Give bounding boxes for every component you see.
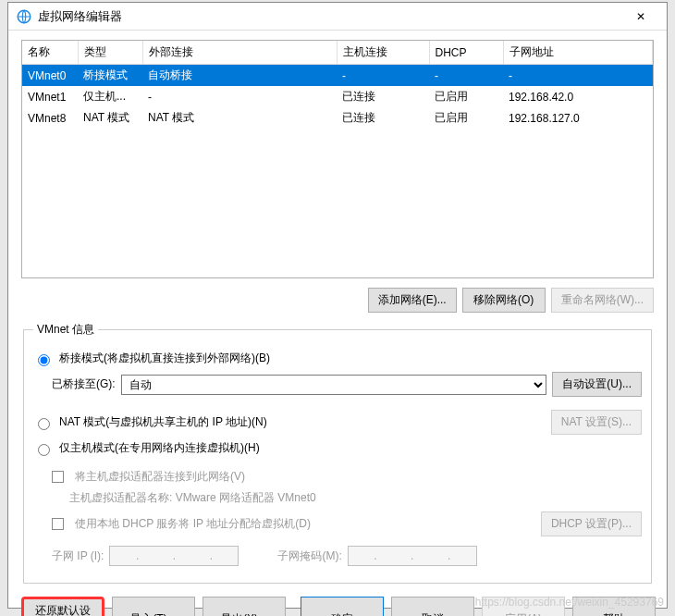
vmnet-legend: VMnet 信息 (33, 322, 98, 338)
hostonly-label: 仅主机模式(在专用网络内连接虚拟机)(H) (59, 440, 260, 456)
table-cell: VMnet8 (22, 107, 78, 129)
col-dhcp[interactable]: DHCP (429, 41, 503, 65)
col-host[interactable]: 主机连接 (337, 41, 429, 65)
network-action-buttons: 添加网络(E)... 移除网络(O) 重命名网络(W)... (21, 288, 654, 313)
table-cell: 192.168.127.0 (503, 107, 653, 129)
col-type[interactable]: 类型 (78, 41, 142, 65)
table-row[interactable]: VMnet0桥接模式自动桥接--- (22, 65, 653, 87)
use-dhcp-checkbox[interactable] (52, 518, 64, 530)
connect-host-label: 将主机虚拟适配器连接到此网络(V) (75, 469, 245, 485)
nat-radio[interactable] (38, 418, 50, 430)
connect-host-row: 将主机虚拟适配器连接到此网络(V) (52, 469, 642, 485)
adapter-name-text: 主机虚拟适配器名称: VMware 网络适配器 VMnet0 (69, 490, 316, 506)
table-cell: VMnet1 (22, 86, 78, 107)
col-subnet[interactable]: 子网地址 (503, 41, 653, 65)
table-cell: - (337, 65, 429, 87)
ok-button[interactable]: 确定 (301, 597, 384, 616)
subnet-ip-field: ... (109, 546, 239, 566)
content-area: 名称 类型 外部连接 主机连接 DHCP 子网地址 VMnet0桥接模式自动桥接… (8, 31, 667, 616)
export-button[interactable]: 导出(X)... (202, 597, 286, 616)
add-network-button[interactable]: 添加网络(E)... (368, 288, 457, 313)
bridged-to-label: 已桥接至(G): (52, 376, 116, 392)
table-cell: 自动桥接 (142, 65, 337, 87)
table-cell: - (429, 65, 503, 87)
table-cell: 仅主机... (78, 86, 142, 107)
subnet-ip-label: 子网 IP (I): (52, 548, 104, 564)
remove-network-button[interactable]: 移除网络(O) (462, 288, 546, 313)
close-button[interactable]: ✕ (622, 4, 659, 30)
help-button[interactable]: 帮助 (572, 597, 656, 616)
col-ext[interactable]: 外部连接 (142, 41, 337, 65)
network-table-wrap: 名称 类型 外部连接 主机连接 DHCP 子网地址 VMnet0桥接模式自动桥接… (21, 40, 654, 278)
adapter-name-row: 主机虚拟适配器名称: VMware 网络适配器 VMnet0 (52, 490, 642, 506)
table-cell: 桥接模式 (78, 65, 142, 87)
table-cell: 192.168.42.0 (503, 86, 653, 107)
bridge-label: 桥接模式(将虚拟机直接连接到外部网络)(B) (59, 351, 270, 366)
nat-label: NAT 模式(与虚拟机共享主机的 IP 地址)(N) (59, 414, 267, 430)
dhcp-settings-button: DHCP 设置(P)... (541, 511, 642, 536)
hostonly-radio[interactable] (38, 444, 50, 456)
window-title: 虚拟网络编辑器 (38, 8, 622, 25)
vmnet-info-group: VMnet 信息 桥接模式(将虚拟机直接连接到外部网络)(B) 已桥接至(G):… (23, 322, 652, 584)
subnet-row: 子网 IP (I): ... 子网掩码(M): ... (52, 546, 642, 566)
import-button[interactable]: 导入(T)... (112, 597, 195, 616)
rename-network-button: 重命名网络(W)... (551, 288, 654, 313)
titlebar: 虚拟网络编辑器 ✕ (8, 3, 667, 31)
table-cell: NAT 模式 (142, 107, 337, 129)
subnet-mask-label: 子网掩码(M): (277, 548, 341, 564)
network-table[interactable]: 名称 类型 外部连接 主机连接 DHCP 子网地址 VMnet0桥接模式自动桥接… (22, 41, 653, 129)
table-cell: - (142, 86, 337, 107)
table-row[interactable]: VMnet8NAT 模式NAT 模式已连接已启用192.168.127.0 (22, 107, 653, 129)
use-dhcp-label: 使用本地 DHCP 服务将 IP 地址分配给虚拟机(D) (75, 516, 311, 532)
apply-button: 应用(A) (482, 597, 565, 616)
subnet-mask-field: ... (348, 546, 477, 566)
bridged-to-row: 已桥接至(G): 自动 自动设置(U)... (52, 372, 642, 397)
table-row[interactable]: VMnet1仅主机...-已连接已启用192.168.42.0 (22, 86, 653, 107)
dialog-window: 虚拟网络编辑器 ✕ 名称 类型 外部连接 主机连接 DHCP 子网地址 VMne… (7, 2, 668, 609)
table-cell: 已启用 (429, 107, 503, 129)
hostonly-mode-row: 仅主机模式(在专用网络内连接虚拟机)(H) (33, 440, 642, 456)
table-cell: 已连接 (337, 86, 429, 107)
table-cell: VMnet0 (22, 65, 78, 87)
col-name[interactable]: 名称 (22, 41, 78, 65)
table-cell: NAT 模式 (78, 107, 142, 129)
table-cell: 已连接 (337, 107, 429, 129)
close-icon: ✕ (636, 10, 645, 23)
bridge-radio[interactable] (38, 354, 50, 366)
connect-host-checkbox[interactable] (52, 471, 64, 483)
auto-settings-button[interactable]: 自动设置(U)... (552, 372, 642, 397)
bridge-mode-row: 桥接模式(将虚拟机直接连接到外部网络)(B) (33, 351, 642, 366)
table-cell: - (503, 65, 653, 87)
app-icon (16, 8, 32, 25)
cancel-button[interactable]: 取消 (391, 597, 474, 616)
bridged-to-select[interactable]: 自动 (121, 375, 547, 395)
use-dhcp-row: 使用本地 DHCP 服务将 IP 地址分配给虚拟机(D) DHCP 设置(P).… (52, 511, 642, 536)
bottom-button-row: 还原默认设置(R) 导入(T)... 导出(X)... 确定 取消 应用(A) … (21, 597, 654, 616)
restore-defaults-button[interactable]: 还原默认设置(R) (21, 597, 104, 616)
nat-mode-row: NAT 模式(与虚拟机共享主机的 IP 地址)(N) NAT 设置(S)... (33, 410, 642, 435)
table-header-row: 名称 类型 外部连接 主机连接 DHCP 子网地址 (22, 41, 653, 65)
nat-settings-button: NAT 设置(S)... (551, 410, 642, 435)
table-cell: 已启用 (429, 86, 503, 107)
